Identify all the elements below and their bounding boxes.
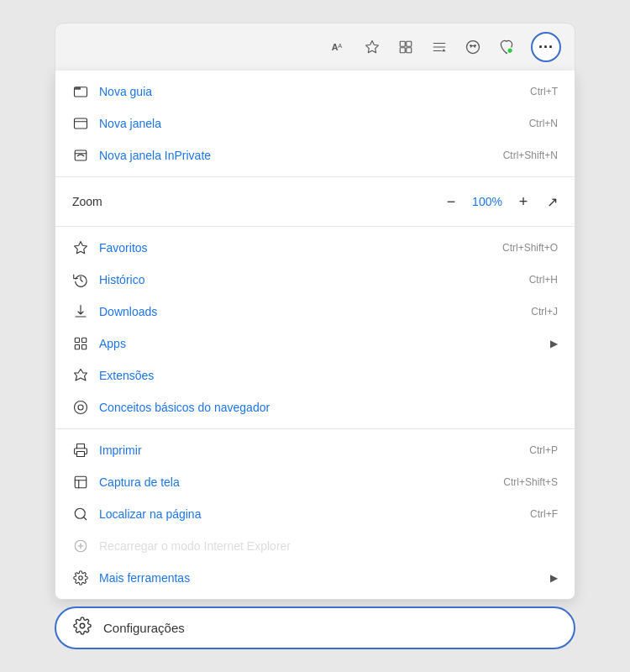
- imprimir-label: Imprimir: [99, 444, 519, 457]
- zoom-plus-button[interactable]: +: [512, 190, 535, 213]
- history-icon: [72, 271, 89, 288]
- localizar-label: Localizar na página: [99, 507, 520, 521]
- inprivate-shortcut: Ctrl+Shift+N: [503, 150, 558, 161]
- svg-rect-18: [75, 150, 87, 160]
- more-button[interactable]: ···: [531, 32, 561, 62]
- menu-section-new: Nova guia Ctrl+T Nova janela Ctrl+N Nova…: [55, 71, 575, 177]
- mais-ferramentas-label: Mais ferramentas: [99, 571, 540, 585]
- print-icon: [72, 442, 89, 459]
- svg-rect-3: [400, 41, 405, 46]
- svg-text:A: A: [338, 42, 342, 50]
- zoom-label: Zoom: [72, 195, 431, 208]
- svg-point-33: [79, 576, 83, 580]
- menu-item-apps[interactable]: Apps ▶: [55, 328, 575, 360]
- historico-label: Histórico: [99, 273, 519, 286]
- svg-marker-10: [442, 49, 446, 51]
- svg-rect-27: [75, 476, 87, 488]
- svg-rect-25: [82, 345, 87, 349]
- apps-label: Apps: [99, 337, 540, 350]
- favoritos-shortcut: Ctrl+Shift+O: [502, 242, 558, 254]
- menu-item-imprimir[interactable]: Imprimir Ctrl+P: [55, 434, 575, 466]
- svg-marker-2: [366, 41, 379, 53]
- menu-section-zoom: Zoom − 100% + ↗: [55, 177, 575, 227]
- menu-item-nova-guia[interactable]: Nova guia Ctrl+T: [55, 76, 575, 108]
- tools-icon: [72, 570, 89, 586]
- toolbar: A A ···: [55, 23, 575, 71]
- inprivate-label: Nova janela InPrivate: [99, 149, 493, 162]
- read-aloud-icon[interactable]: A A: [329, 38, 348, 56]
- svg-line-31: [83, 517, 86, 519]
- more-label: ···: [538, 39, 554, 56]
- profile-icon[interactable]: [497, 38, 516, 56]
- downloads-label: Downloads: [99, 305, 521, 318]
- svg-point-34: [80, 623, 85, 628]
- menu-section-nav: Favoritos Ctrl+Shift+O Histórico Ctrl+H …: [55, 227, 575, 429]
- svg-rect-22: [75, 338, 79, 342]
- zoom-row: Zoom − 100% + ↗: [55, 182, 575, 221]
- nova-guia-shortcut: Ctrl+T: [530, 86, 558, 97]
- inprivate-icon: [72, 147, 89, 164]
- zoom-value: 100%: [471, 195, 503, 208]
- svg-point-11: [467, 41, 480, 54]
- svg-point-14: [507, 48, 513, 54]
- svg-rect-6: [407, 48, 412, 53]
- svg-marker-20: [75, 242, 87, 254]
- screenshot-icon: [72, 474, 89, 491]
- svg-rect-24: [75, 345, 79, 349]
- favoritos-label: Favoritos: [99, 241, 492, 255]
- menu-item-mais-ferramentas[interactable]: Mais ferramentas ▶: [55, 562, 575, 594]
- browser-basics-icon: [72, 399, 89, 416]
- browser-frame: A A ···: [55, 23, 575, 649]
- star-icon: [72, 239, 89, 256]
- svg-point-12: [470, 45, 472, 47]
- window-icon: [72, 115, 89, 132]
- extensions-icon: [72, 367, 89, 384]
- menu-item-localizar[interactable]: Localizar na página Ctrl+F: [55, 498, 575, 530]
- svg-point-13: [474, 45, 476, 47]
- menu-item-nova-janela[interactable]: Nova janela Ctrl+N: [55, 108, 575, 139]
- copilot-icon[interactable]: [464, 38, 482, 56]
- localizar-shortcut: Ctrl+F: [530, 508, 558, 520]
- menu-item-captura-tela[interactable]: Captura de tela Ctrl+Shift+S: [55, 466, 575, 498]
- tab-icon: [72, 83, 89, 100]
- ie-label: Recarregar o modo Internet Explorer: [99, 539, 558, 553]
- dropdown-menu: Nova guia Ctrl+T Nova janela Ctrl+N Nova…: [55, 71, 575, 600]
- historico-shortcut: Ctrl+H: [529, 274, 558, 286]
- svg-rect-16: [75, 118, 87, 129]
- collections-icon[interactable]: [396, 38, 415, 56]
- menu-item-inprivate[interactable]: Nova janela InPrivate Ctrl+Shift+N: [55, 139, 575, 171]
- captura-shortcut: Ctrl+Shift+S: [503, 476, 558, 488]
- download-icon: [72, 303, 89, 320]
- zoom-expand-button[interactable]: ↗: [547, 194, 558, 210]
- apps-icon: [72, 335, 89, 352]
- imprimir-shortcut: Ctrl+P: [529, 444, 558, 456]
- svg-rect-4: [407, 41, 412, 46]
- mais-ferramentas-arrow: ▶: [550, 572, 558, 584]
- find-icon: [72, 506, 89, 522]
- extensoes-label: Extensões: [99, 369, 558, 382]
- menu-item-extensoes[interactable]: Extensões: [55, 360, 575, 391]
- captura-label: Captura de tela: [99, 475, 493, 489]
- nova-janela-shortcut: Ctrl+N: [529, 118, 558, 129]
- menu-item-favoritos[interactable]: Favoritos Ctrl+Shift+O: [55, 232, 575, 264]
- svg-rect-26: [77, 452, 85, 457]
- ie-icon: [72, 538, 89, 554]
- nova-janela-label: Nova janela: [99, 117, 519, 130]
- favorites-icon[interactable]: [363, 38, 381, 56]
- menu-item-ie-mode[interactable]: Recarregar o modo Internet Explorer: [55, 530, 575, 562]
- settings-bar[interactable]: Configurações: [55, 606, 575, 649]
- menu-item-historico[interactable]: Histórico Ctrl+H: [55, 264, 575, 296]
- svg-rect-23: [82, 338, 87, 342]
- nova-guia-label: Nova guia: [99, 85, 520, 98]
- menu-section-tools: Imprimir Ctrl+P Captura de tela Ctrl+Shi…: [55, 429, 575, 599]
- downloads-shortcut: Ctrl+J: [531, 306, 558, 318]
- menu-item-conceitos-basicos[interactable]: Conceitos básicos do navegador: [55, 391, 575, 423]
- zoom-minus-button[interactable]: −: [439, 190, 463, 213]
- menu-item-downloads[interactable]: Downloads Ctrl+J: [55, 296, 575, 328]
- settings-icon: [73, 617, 92, 639]
- apps-arrow: ▶: [550, 338, 558, 349]
- conceitos-label: Conceitos básicos do navegador: [99, 401, 558, 414]
- svg-rect-5: [400, 48, 405, 53]
- settings-label: Configurações: [103, 621, 185, 635]
- favorites-bar-icon[interactable]: [430, 38, 449, 56]
